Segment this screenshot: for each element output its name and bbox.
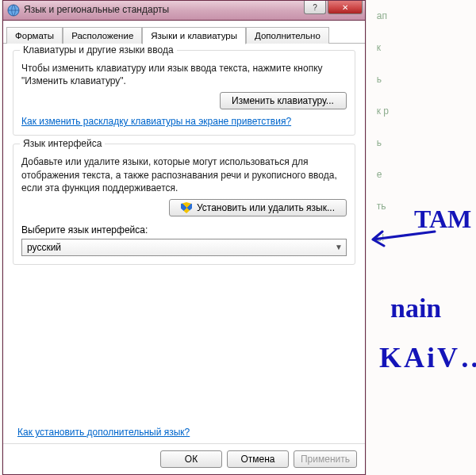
install-remove-language-button[interactable]: Установить или удалить язык... (169, 199, 347, 216)
change-keyboard-button[interactable]: Изменить клавиатуру... (220, 92, 347, 109)
ok-button[interactable]: ОК (160, 450, 222, 468)
help-button[interactable]: ? (304, 1, 326, 14)
question-icon: ? (313, 3, 317, 12)
background-page-text: апкьк рьетьь! (377, 0, 389, 254)
footer-separator (3, 443, 365, 444)
ui-language-dropdown-value: русский (27, 242, 61, 253)
window-title: Язык и региональные стандарты (24, 4, 169, 15)
tab-strip: Форматы Расположение Языки и клавиатуры … (3, 21, 365, 44)
cancel-button[interactable]: Отмена (227, 450, 289, 468)
group-keyboards-desc: Чтобы изменить клавиатуру или язык ввода… (21, 62, 347, 87)
group-keyboards-title: Клавиатуры и другие языки ввода (20, 44, 177, 56)
tab-location[interactable]: Расположение (63, 27, 142, 44)
install-additional-language-link[interactable]: Как установить дополнительный язык? (17, 427, 190, 438)
chevron-down-icon: ▼ (335, 243, 343, 251)
tab-content: Клавиатуры и другие языки ввода Чтобы из… (3, 44, 365, 265)
apply-button[interactable]: Применить (294, 450, 357, 468)
close-icon: ✕ (342, 3, 348, 12)
title-bar[interactable]: Язык и региональные стандарты ? ✕ (3, 1, 365, 21)
tab-languages-keyboards[interactable]: Языки и клавиатуры (142, 27, 246, 44)
close-button[interactable]: ✕ (328, 1, 363, 14)
globe-icon (7, 4, 20, 17)
group-ui-language-desc: Добавьте или удалите языки, которые могу… (21, 155, 347, 194)
group-ui-language-title: Язык интерфейса (20, 138, 105, 149)
tab-formats[interactable]: Форматы (6, 27, 63, 44)
handwriting-line-1: TAM (414, 205, 471, 234)
ui-language-dropdown[interactable]: русский ▼ (21, 239, 347, 256)
tab-additional[interactable]: Дополнительно (246, 27, 329, 44)
dialog-buttons: ОК Отмена Применить (160, 450, 357, 468)
handwriting-line-3: KAiV… (379, 341, 476, 374)
group-ui-language: Язык интерфейса Добавьте или удалите язы… (13, 144, 355, 265)
shield-icon (181, 202, 192, 213)
install-remove-language-label: Установить или удалить язык... (197, 202, 335, 213)
handwriting-line-2: nain (390, 293, 441, 324)
ui-language-select-label: Выберите язык интерфейса: (21, 224, 347, 236)
welcome-screen-layout-link[interactable]: Как изменить раскладку клавиатуры на экр… (21, 116, 291, 127)
dialog-window: Язык и региональные стандарты ? ✕ Формат… (2, 0, 366, 475)
group-keyboards: Клавиатуры и другие языки ввода Чтобы из… (13, 50, 355, 136)
